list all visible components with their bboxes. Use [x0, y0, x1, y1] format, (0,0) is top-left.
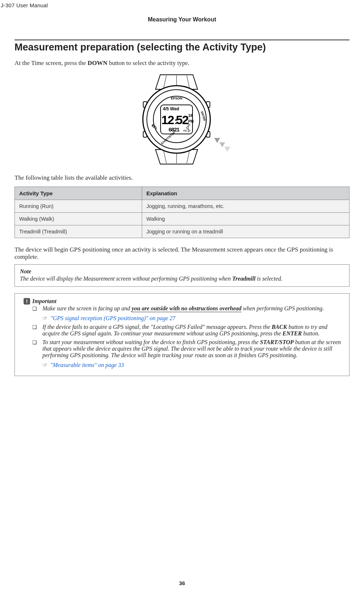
intro-post: button to select the activity type.	[107, 60, 189, 66]
important-item: Make sure the screen is facing up and yo…	[32, 305, 344, 322]
important-icon: !	[24, 298, 30, 305]
table-row: Walking (Walk) Walking	[15, 213, 349, 225]
important-item: If the device fails to acquire a GPS sig…	[32, 324, 344, 337]
watch-steps-unit: stp	[183, 129, 187, 132]
table-row: Running (Run) Jogging, running, marathon…	[15, 200, 349, 213]
table-row: Treadmill (Treadmill) Jogging or running…	[15, 225, 349, 238]
section-title: Measurement preparation (selecting the A…	[15, 42, 349, 53]
imp1-pre: Make sure the screen is facing up and	[42, 305, 132, 311]
cell-type: Running (Run)	[15, 200, 142, 213]
svg-marker-16	[219, 142, 225, 147]
watch-hh: 12	[161, 113, 174, 127]
svg-marker-15	[214, 138, 220, 143]
watch-steps: 6821	[169, 126, 179, 132]
hand-icon: ☞	[42, 315, 47, 321]
down-button-label: DOWN	[88, 60, 108, 66]
back-button-label: BACK	[272, 324, 287, 330]
watch-date: 4/5 Wed	[163, 106, 179, 111]
imp2-post: button.	[302, 330, 319, 336]
note-treadmill: Treadmill	[232, 276, 255, 282]
section-divider	[15, 40, 349, 40]
note-body: The device will display the Measurement …	[20, 276, 344, 282]
cell-exp: Walking	[142, 213, 349, 225]
table-intro: The following table lists the available …	[15, 174, 349, 181]
imp1-post: when performing GPS positioning.	[241, 305, 324, 311]
note-title: Note	[20, 268, 344, 275]
imp1-underline: you are outside with no obstructions ove…	[132, 305, 241, 312]
watch-ampm: PM	[188, 119, 194, 123]
page-number: 36	[0, 580, 364, 586]
chapter-heading: Measuring Your Workout	[15, 16, 349, 23]
hand-icon: ☞	[42, 362, 47, 368]
watch-mm: 52	[176, 113, 189, 127]
important-title: Important	[32, 298, 57, 305]
note-body-post: is selected.	[256, 276, 282, 282]
after-table-text: The device will begin GPS positioning on…	[15, 246, 349, 261]
note-box: Note The device will display the Measure…	[15, 264, 349, 287]
watch-svg: EPSON ENTER START/STOP 4/5 Wed 12 : 52 1…	[126, 70, 238, 168]
cell-exp: Jogging, running, marathons, etc.	[142, 200, 349, 213]
cell-type: Walking (Walk)	[15, 213, 142, 225]
important-item: To start your measurement without waitin…	[32, 339, 344, 368]
imp3-pre: To start your measurement without waitin…	[42, 339, 260, 345]
cell-exp: Jogging or running on a treadmill	[142, 225, 349, 238]
intro-line: At the Time screen, press the DOWN butto…	[15, 60, 349, 67]
imp2-pre: If the device fails to acquire a GPS sig…	[42, 324, 272, 330]
th-activity-type: Activity Type	[15, 187, 142, 200]
doc-title: J-307 User Manual	[1, 2, 349, 8]
cell-type: Treadmill (Treadmill)	[15, 225, 142, 238]
watch-brand: EPSON	[171, 97, 182, 100]
th-explanation: Explanation	[142, 187, 349, 200]
important-box: ! Important Make sure the screen is faci…	[15, 293, 349, 376]
svg-marker-17	[224, 147, 230, 152]
watch-illustration: EPSON ENTER START/STOP 4/5 Wed 12 : 52 1…	[15, 70, 349, 170]
ref-link-gps[interactable]: "GPS signal reception (GPS positioning)"…	[50, 315, 175, 321]
startstop-button-label: START/STOP	[260, 339, 294, 345]
watch-ss: 18	[188, 113, 193, 118]
intro-pre: At the Time screen, press the	[15, 60, 88, 66]
note-body-pre: The device will display the Measurement …	[20, 276, 232, 282]
enter-button-label: ENTER	[282, 330, 302, 336]
ref-link-measurable[interactable]: "Measurable items" on page 33	[50, 362, 124, 368]
activity-table: Activity Type Explanation Running (Run) …	[15, 187, 349, 238]
